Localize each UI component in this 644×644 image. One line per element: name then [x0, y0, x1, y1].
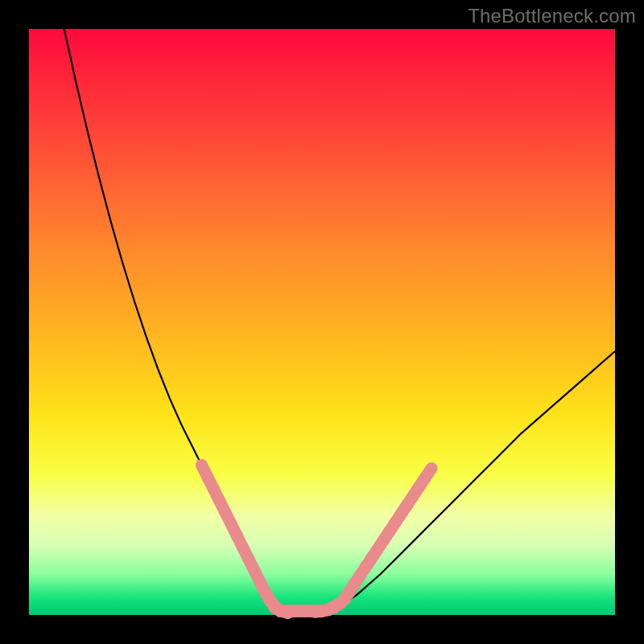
curve-svg — [29, 29, 615, 615]
marker-group — [201, 465, 431, 613]
marker-capsule — [423, 469, 431, 481]
chart-frame: TheBottleneck.com — [0, 0, 644, 644]
bottleneck-curve — [64, 29, 615, 611]
plot-area — [29, 29, 615, 615]
watermark-text: TheBottleneck.com — [468, 5, 636, 27]
